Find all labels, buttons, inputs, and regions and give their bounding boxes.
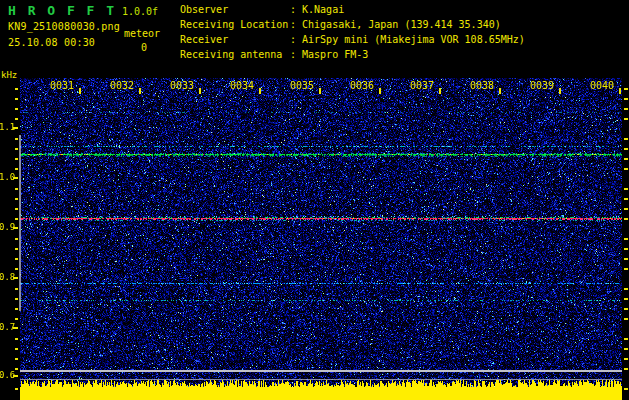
y-axis-minor-tick bbox=[15, 318, 18, 320]
reference-line-0 bbox=[20, 370, 622, 372]
info-value: : Maspro FM-3 bbox=[290, 49, 368, 64]
y-axis-minor-tick bbox=[15, 148, 18, 150]
y-axis-minor-tick-right bbox=[624, 268, 628, 270]
y-axis-minor-tick-right bbox=[624, 338, 628, 340]
y-axis-minor-tick-right bbox=[624, 368, 628, 370]
y-axis-label: 0.6 bbox=[0, 370, 13, 380]
x-axis-time-label: 0038 bbox=[466, 80, 494, 91]
y-axis-minor-tick-right bbox=[624, 238, 628, 240]
y-axis-minor-tick bbox=[15, 198, 18, 200]
y-axis-minor-tick bbox=[15, 288, 18, 290]
y-axis-minor-tick bbox=[15, 238, 18, 240]
y-axis-minor-tick bbox=[15, 298, 18, 300]
info-panel: Observer: K.NagaiReceiving Location: Chi… bbox=[180, 4, 525, 64]
y-axis-unit-label: kHz bbox=[1, 70, 17, 80]
y-axis-minor-tick bbox=[15, 358, 18, 360]
x-axis-time-label: 0031 bbox=[46, 80, 74, 91]
info-value: : K.Nagai bbox=[290, 4, 344, 19]
y-axis-minor-tick-right bbox=[624, 188, 628, 190]
y-axis-major-tick bbox=[13, 277, 18, 279]
y-axis-minor-tick-right bbox=[624, 148, 628, 150]
x-axis-time-label: 0032 bbox=[106, 80, 134, 91]
app-title: H R O F F T bbox=[8, 3, 116, 18]
y-axis-major-tick bbox=[13, 327, 18, 329]
y-axis-minor-tick-right bbox=[624, 168, 628, 170]
y-axis-minor-tick-right bbox=[624, 218, 628, 220]
x-axis-tick bbox=[379, 88, 381, 94]
y-axis-minor-tick bbox=[15, 208, 18, 210]
y-axis-minor-tick-right bbox=[624, 158, 628, 160]
observation-datetime: 25.10.08 00:30 bbox=[8, 37, 95, 48]
y-axis-minor-tick-right bbox=[624, 138, 628, 140]
y-axis-minor-tick bbox=[15, 88, 18, 90]
reference-line-1 bbox=[20, 379, 622, 380]
x-axis-tick bbox=[619, 88, 621, 94]
spectrogram-plot bbox=[20, 78, 622, 400]
info-row-3: Receiving antenna: Maspro FM-3 bbox=[180, 49, 525, 64]
info-row-2: Receiver: AirSpy mini (Miakejima VOR 108… bbox=[180, 34, 525, 49]
y-axis-minor-tick-right bbox=[624, 258, 628, 260]
y-axis-minor-tick bbox=[15, 98, 18, 100]
meteor-counter-value: 0 bbox=[141, 42, 147, 53]
y-axis-major-tick bbox=[13, 375, 18, 377]
y-axis-major-tick bbox=[13, 177, 18, 179]
y-axis-minor-tick bbox=[15, 218, 18, 220]
x-axis-time-label: 0036 bbox=[346, 80, 374, 91]
y-axis-minor-tick bbox=[15, 338, 18, 340]
y-axis-label: 0.7 bbox=[0, 322, 13, 332]
y-axis-minor-tick-right bbox=[624, 308, 628, 310]
y-axis-minor-tick bbox=[15, 368, 18, 370]
x-axis-tick bbox=[559, 88, 561, 94]
y-axis-minor-tick-right bbox=[624, 198, 628, 200]
y-axis-minor-tick bbox=[15, 308, 18, 310]
y-axis-minor-tick bbox=[15, 118, 18, 120]
x-axis-tick bbox=[79, 88, 81, 94]
x-axis-time-label: 0039 bbox=[526, 80, 554, 91]
x-axis-time-label: 0037 bbox=[406, 80, 434, 91]
y-axis-minor-tick bbox=[15, 158, 18, 160]
y-axis-minor-tick bbox=[15, 108, 18, 110]
x-axis-time-label: 0034 bbox=[226, 80, 254, 91]
y-axis-minor-tick bbox=[15, 348, 18, 350]
y-axis-minor-tick-right bbox=[624, 388, 628, 390]
x-axis-time-label: 0040 bbox=[586, 80, 614, 91]
info-value: : Chigasaki, Japan (139.414 35.340) bbox=[290, 19, 501, 34]
y-axis-minor-tick-right bbox=[624, 298, 628, 300]
y-axis-minor-tick-right bbox=[624, 208, 628, 210]
x-axis-tick bbox=[319, 88, 321, 94]
info-label: Receiver bbox=[180, 34, 290, 49]
meteor-counter-label: meteor bbox=[124, 28, 160, 39]
y-axis-minor-tick bbox=[15, 138, 18, 140]
y-axis-minor-tick-right bbox=[624, 288, 628, 290]
y-axis-label: 0.9 bbox=[0, 222, 13, 232]
y-axis-label: 1.0 bbox=[0, 172, 13, 182]
y-axis-minor-tick-right bbox=[624, 88, 628, 90]
y-axis-label: 0.8 bbox=[0, 272, 13, 282]
y-axis-minor-tick bbox=[15, 188, 18, 190]
y-axis-minor-tick-right bbox=[624, 108, 628, 110]
info-row-0: Observer: K.Nagai bbox=[180, 4, 525, 19]
y-axis-minor-tick bbox=[15, 258, 18, 260]
y-axis-minor-tick bbox=[15, 168, 18, 170]
y-axis-minor-tick bbox=[15, 268, 18, 270]
hrofft-window: H R O F F T 1.0.0f KN9_2510080030.png 25… bbox=[0, 0, 629, 400]
x-axis-tick bbox=[499, 88, 501, 94]
x-axis-tick bbox=[439, 88, 441, 94]
info-label: Receiving antenna bbox=[180, 49, 290, 64]
x-axis-tick bbox=[199, 88, 201, 94]
y-axis-major-tick bbox=[13, 127, 18, 129]
y-axis-minor-tick bbox=[15, 248, 18, 250]
info-row-1: Receiving Location: Chigasaki, Japan (13… bbox=[180, 19, 525, 34]
y-axis-minor-tick-right bbox=[624, 248, 628, 250]
info-label: Receiving Location bbox=[180, 19, 290, 34]
y-axis-minor-tick bbox=[15, 388, 18, 390]
info-value: : AirSpy mini (Miakejima VOR 108.65MHz) bbox=[290, 34, 525, 49]
y-axis-minor-tick-right bbox=[624, 348, 628, 350]
y-axis-minor-tick-right bbox=[624, 98, 628, 100]
x-axis-time-label: 0035 bbox=[286, 80, 314, 91]
info-label: Observer bbox=[180, 4, 290, 19]
y-axis-major-tick bbox=[13, 227, 18, 229]
x-axis-tick bbox=[139, 88, 141, 94]
x-axis-time-label: 0033 bbox=[166, 80, 194, 91]
y-axis-minor-tick-right bbox=[624, 358, 628, 360]
